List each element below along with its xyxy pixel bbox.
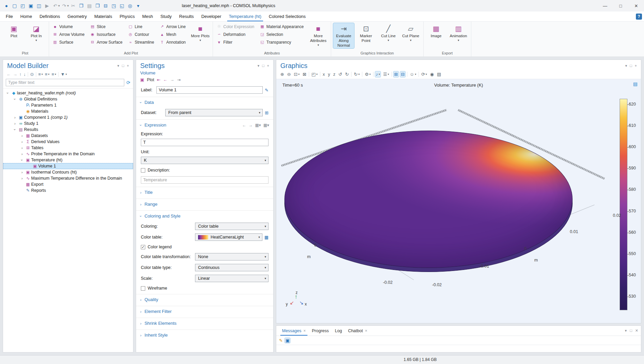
panel-float-icon[interactable]: □ [630,328,632,333]
previous-plot-icon[interactable]: ← [163,77,168,82]
section-shrink-elements[interactable]: › Shrink Elements [136,318,273,328]
section-element-filter[interactable]: › Element Filter [136,306,273,316]
tree-item-global-definitions[interactable]: ›⊛Global Definitions [3,96,133,102]
refresh-icon[interactable]: ↻▾ [353,71,360,77]
animation-button[interactable]: ▥Animation▾ [448,23,469,43]
customize-toolbar-icon[interactable]: ▾ [134,2,142,10]
menu-tab-home[interactable]: Home [17,12,36,21]
save-icon[interactable]: ▣ [27,2,35,10]
clear-selection-icon[interactable]: ◱ [118,2,126,10]
run-icon[interactable]: ▶ [43,2,51,10]
image-button[interactable]: ▦Image [426,23,447,39]
filter-input[interactable] [6,79,124,86]
streamline-button[interactable]: ≈Streamline [127,39,155,46]
last-plot-icon[interactable]: ⇥ [177,77,180,82]
color-table-list-icon[interactable]: ▦ [264,235,269,240]
arrow-surface-button[interactable]: ⊟Arrow Surface [89,39,124,46]
plot-in-button[interactable]: ◪Plot In▾ [26,23,47,43]
filter-icon[interactable]: ▼▾ [61,72,67,77]
first-plot-icon[interactable]: ⇤ [157,77,160,82]
slice-button[interactable]: ▤Slice [89,23,124,30]
tab-log[interactable]: Log [332,326,345,336]
scale-select[interactable]: Linear ▾ [195,275,269,282]
scene-settings-icon[interactable]: ⚙▾ [364,71,371,77]
next-expression-icon[interactable]: → [249,123,253,128]
panel-float-icon[interactable]: □ [630,64,632,68]
menu-tab-study[interactable]: Study [157,12,175,21]
dataset-select[interactable]: From parent ▾ [165,109,263,116]
tree-item-component-1[interactable]: ›▣Component 1(comp 1) [3,114,133,120]
zoom-out-icon[interactable]: ⊖ [286,71,292,77]
add-expression-icon[interactable]: ▦▾ [263,123,269,128]
deformation-button[interactable]: ∽Deformation [215,31,255,38]
expression-input[interactable] [141,139,269,146]
panel-float-icon[interactable]: □ [262,64,264,68]
print-icon[interactable]: ▤ [436,71,442,77]
chevron-down-icon[interactable]: ▾ [67,4,69,7]
tree-expander-icon[interactable]: › [19,170,25,174]
tree-item-parameters-1[interactable]: PᵢParameters 1 [3,102,133,108]
tree-expander-icon[interactable]: › [12,115,18,119]
description-checkbox[interactable] [141,168,145,173]
material-appearance-button[interactable]: ▦Material Appearance [258,23,305,30]
select-box-icon[interactable]: ◳ [110,2,117,10]
tree-expander-icon[interactable]: › [19,152,25,156]
tree-item-datasets[interactable]: ›▦Datasets [3,133,133,139]
section-inherit-style[interactable]: › Inherit Style [136,329,273,340]
tree-expander-icon[interactable]: › [12,97,18,101]
tree-expander-icon[interactable]: › [5,91,10,95]
contour-button[interactable]: ◎Contour [127,31,155,38]
coloring-select[interactable]: Color table ▾ [195,223,269,230]
surface-button[interactable]: ▥Surface [51,39,86,46]
save-as-icon[interactable]: ◫ [35,2,43,10]
filter-button[interactable]: ▼Filter [215,39,255,46]
update-icon[interactable]: ⟳▾ [421,71,428,77]
snapshot-icon[interactable]: ◉ [429,71,434,77]
tree-expander-icon[interactable]: › [19,134,25,138]
move-down-icon[interactable]: ↓ [24,72,26,77]
plot-button[interactable]: ▣Plot [3,23,24,39]
arrow-volume-button[interactable]: ⊞Arrow Volume [51,31,86,38]
insert-expression-icon[interactable]: ▦▾ [255,123,261,128]
tree-item-materials[interactable]: ◉Materials [3,108,133,114]
isosurface-button[interactable]: ◉Isosurface [89,31,124,38]
annotation-button[interactable]: TAnnotation [158,39,187,46]
menu-tab-file[interactable]: File [2,12,17,21]
zoom-in-icon[interactable]: ⊕ [280,71,285,77]
tree-item-maximum-temperature-difference-in-the-domain[interactable]: ›∿Maximum Temperature Difference in the … [3,175,133,181]
panel-pin-icon[interactable]: + [635,64,637,68]
zoom-extents-icon[interactable]: ⊠ [302,71,307,77]
menu-tab-results[interactable]: Results [175,12,197,21]
graphics-canvas[interactable]: Time=60 s Volume: Temperature (K) ▤ 6206… [276,79,641,323]
find-icon[interactable]: ◎ [126,2,134,10]
tree-item-temperature-ht[interactable]: ›▣Temperature (ht) [3,157,133,163]
tab-messages[interactable]: Messages× [279,326,309,336]
tree-item-export[interactable]: ▩Export [3,181,133,187]
new-file-icon[interactable]: ▢ [11,2,18,10]
rotate-left-icon[interactable]: ↺ [338,71,343,77]
collapse-all-icon[interactable]: ≡▾ [45,72,50,77]
menu-tab-physics[interactable]: Physics [116,12,138,21]
panel-menu-icon[interactable]: ▾ [117,64,119,68]
more-plots-button[interactable]: ■More Plots▾ [190,23,211,43]
section-coloring-style[interactable]: › Coloring and Style [136,210,273,221]
show-icon[interactable]: ⊙ [30,72,34,77]
sound-icon[interactable]: ♪▾ [375,71,381,77]
arrow-line-button[interactable]: ↗Arrow Line [158,23,187,30]
duplicate-icon[interactable]: ❒ [94,2,101,10]
section-expression[interactable]: › Expression ← → ▦▾ ▦▾ [136,119,273,130]
close-icon[interactable]: × [365,328,367,333]
redo-icon[interactable]: ↷ [61,2,68,10]
marker-point-button[interactable]: ⊡Marker Point [356,23,377,44]
tree-item-tables[interactable]: ›⊞Tables [3,145,133,151]
transformation-select[interactable]: None ▾ [195,253,269,260]
section-data[interactable]: › Data [136,97,273,107]
panel-menu-icon[interactable]: ▾ [625,64,627,68]
section-quality[interactable]: › Quality [136,294,273,304]
tree-expander-icon[interactable]: › [12,121,18,126]
tree-item-results[interactable]: ›▤Results [3,127,133,133]
expand-all-icon[interactable]: ≡▾ [38,72,43,77]
axis-plot-y-icon[interactable]: y [327,71,331,77]
mesh-button[interactable]: ▲Mesh [158,31,187,38]
float-plot-icon[interactable]: ▤ [633,81,638,87]
